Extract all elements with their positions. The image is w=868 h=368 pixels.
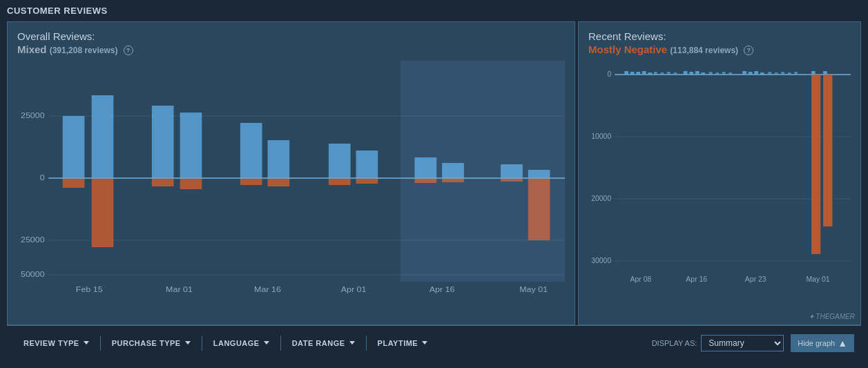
svg-rect-17 xyxy=(240,178,262,185)
recent-heading: Recent Reviews: xyxy=(588,30,851,42)
svg-rect-60 xyxy=(754,71,758,75)
svg-rect-72 xyxy=(781,72,784,75)
svg-rect-14 xyxy=(180,113,202,178)
overall-chart-panel: Overall Reviews: Mixed (391,208 reviews)… xyxy=(7,21,575,325)
svg-rect-70 xyxy=(768,72,771,75)
recent-rating: Mostly Negative (113,884 reviews) ? xyxy=(588,43,851,55)
svg-rect-13 xyxy=(152,178,174,186)
svg-rect-18 xyxy=(268,140,290,178)
svg-text:May 01: May 01 xyxy=(806,275,829,283)
svg-rect-67 xyxy=(715,72,719,75)
svg-rect-59 xyxy=(749,72,753,75)
divider-1 xyxy=(100,336,101,351)
svg-text:Mar 16: Mar 16 xyxy=(254,285,281,293)
page-wrapper: CUSTOMER REVIEWS Overall Reviews: Mixed … xyxy=(0,0,868,368)
svg-rect-21 xyxy=(329,178,351,185)
svg-rect-63 xyxy=(661,72,664,75)
svg-rect-69 xyxy=(729,72,732,75)
svg-rect-77 xyxy=(811,71,816,75)
svg-rect-9 xyxy=(63,178,85,188)
svg-text:20000: 20000 xyxy=(591,194,611,202)
review-type-arrow xyxy=(84,341,89,345)
language-label: LANGUAGE xyxy=(213,339,260,347)
review-type-dropdown[interactable]: REVIEW TYPE xyxy=(14,326,99,360)
playtime-dropdown[interactable]: PLAYTIME xyxy=(368,326,438,360)
playtime-arrow xyxy=(422,341,427,345)
recent-help-icon[interactable]: ? xyxy=(744,46,753,55)
svg-rect-53 xyxy=(648,72,652,75)
recent-rating-text: Mostly Negative xyxy=(588,43,667,55)
svg-text:Apr 01: Apr 01 xyxy=(341,285,367,293)
hide-graph-icon: ▲ xyxy=(838,338,847,349)
hide-graph-label: Hide graph xyxy=(798,339,835,347)
date-range-arrow xyxy=(349,341,355,345)
divider-3 xyxy=(280,336,281,351)
svg-rect-12 xyxy=(152,106,174,178)
svg-rect-55 xyxy=(689,72,693,75)
svg-rect-73 xyxy=(788,72,791,75)
date-range-label: DATE RANGE xyxy=(292,339,345,347)
purchase-type-dropdown[interactable]: PURCHASE TYPE xyxy=(102,326,200,360)
svg-text:Apr 23: Apr 23 xyxy=(745,275,766,283)
language-arrow xyxy=(264,341,269,345)
controls-bar: REVIEW TYPE PURCHASE TYPE LANGUAGE DATE … xyxy=(7,325,861,360)
svg-rect-52 xyxy=(642,71,646,75)
svg-text:Apr 08: Apr 08 xyxy=(630,275,652,283)
recent-chart-svg: 0 10000 20000 30000 xyxy=(588,61,851,296)
svg-rect-58 xyxy=(742,71,746,75)
svg-rect-49 xyxy=(624,71,628,75)
purchase-type-label: PURCHASE TYPE xyxy=(112,339,181,347)
svg-rect-20 xyxy=(329,144,351,178)
recent-chart-panel: Recent Reviews: Mostly Negative (113,884… xyxy=(578,21,861,325)
review-type-label: REVIEW TYPE xyxy=(23,339,79,347)
svg-rect-8 xyxy=(63,116,85,178)
svg-rect-62 xyxy=(654,72,657,75)
svg-rect-54 xyxy=(684,71,688,75)
overall-chart-area: 25000 0 25000 50000 xyxy=(17,61,565,296)
svg-text:Feb 15: Feb 15 xyxy=(76,285,103,293)
svg-rect-51 xyxy=(636,72,640,75)
svg-text:Mar 01: Mar 01 xyxy=(166,285,193,293)
recent-review-count: (113,884 reviews) xyxy=(670,46,738,55)
svg-rect-68 xyxy=(722,72,726,75)
language-dropdown[interactable]: LANGUAGE xyxy=(204,326,279,360)
svg-rect-57 xyxy=(701,72,705,75)
svg-rect-75 xyxy=(811,75,820,254)
watermark: ✦ THEGAMER xyxy=(809,313,855,320)
svg-rect-23 xyxy=(356,178,378,184)
svg-rect-10 xyxy=(92,95,114,178)
svg-rect-64 xyxy=(667,72,671,75)
svg-text:Apr 16: Apr 16 xyxy=(430,285,455,293)
svg-rect-50 xyxy=(630,72,635,75)
svg-rect-76 xyxy=(823,75,832,226)
divider-2 xyxy=(202,336,202,351)
hide-graph-button[interactable]: Hide graph ▲ xyxy=(791,334,854,352)
display-as-label: DISPLAY AS: xyxy=(652,339,697,347)
charts-row: Overall Reviews: Mixed (391,208 reviews)… xyxy=(7,21,861,325)
overall-rating-text: Mixed xyxy=(17,43,47,55)
svg-text:10000: 10000 xyxy=(591,132,611,140)
svg-rect-56 xyxy=(695,71,700,75)
svg-text:0: 0 xyxy=(40,173,45,182)
overall-heading: Overall Reviews: xyxy=(17,30,565,42)
overall-help-icon[interactable]: ? xyxy=(124,46,133,55)
svg-rect-71 xyxy=(775,72,778,75)
svg-text:0: 0 xyxy=(607,70,611,78)
display-as-select[interactable]: Summary Rolled Up Individual xyxy=(701,335,784,351)
svg-rect-65 xyxy=(674,72,677,75)
svg-text:50000: 50000 xyxy=(21,270,45,278)
svg-text:Apr 16: Apr 16 xyxy=(686,275,707,283)
svg-rect-61 xyxy=(760,72,764,75)
playtime-label: PLAYTIME xyxy=(378,339,418,347)
svg-rect-32 xyxy=(401,61,565,282)
svg-rect-16 xyxy=(240,123,262,178)
svg-rect-11 xyxy=(92,178,114,247)
date-range-dropdown[interactable]: DATE RANGE xyxy=(282,326,365,360)
svg-text:25000: 25000 xyxy=(21,235,45,244)
section-title: CUSTOMER REVIEWS xyxy=(7,6,861,16)
svg-rect-78 xyxy=(823,71,827,75)
divider-4 xyxy=(366,336,367,351)
overall-review-count: (391,208 reviews) xyxy=(50,46,118,55)
svg-rect-74 xyxy=(794,72,798,75)
svg-text:May 01: May 01 xyxy=(519,285,548,293)
